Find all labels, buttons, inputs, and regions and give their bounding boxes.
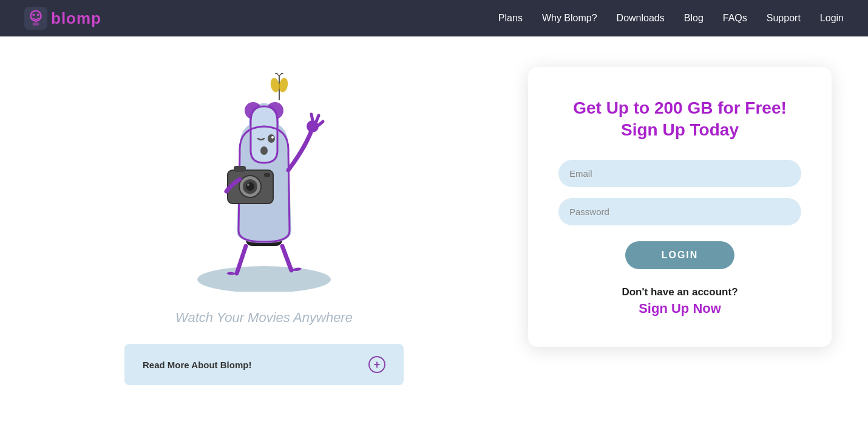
- svg-point-3: [37, 13, 39, 16]
- svg-rect-26: [234, 166, 246, 172]
- mascot-area: [149, 73, 379, 304]
- svg-point-25: [247, 183, 249, 186]
- mascot-svg: [173, 85, 355, 292]
- nav-item-downloads[interactable]: Downloads: [617, 13, 665, 23]
- logo-text: blomp: [51, 9, 101, 28]
- plus-icon: +: [368, 356, 385, 373]
- svg-point-2: [32, 13, 35, 16]
- card-title-line2: Sign Up Today: [558, 119, 801, 141]
- read-more-button[interactable]: Read More About Blomp! +: [124, 344, 404, 385]
- no-account-text: Don't have an account?: [558, 286, 801, 298]
- logo[interactable]: blomp: [24, 7, 101, 30]
- nav-item-plans[interactable]: Plans: [498, 13, 523, 23]
- tagline: Watch Your Movies Anywhere: [175, 310, 353, 326]
- password-input[interactable]: [558, 198, 801, 225]
- nav-item-why-blomp[interactable]: Why Blomp?: [542, 13, 597, 23]
- svg-point-4: [32, 22, 39, 26]
- login-card: Get Up to 200 GB for Free! Sign Up Today…: [528, 67, 832, 347]
- blomp-logo-icon: [24, 7, 47, 30]
- sign-up-link[interactable]: Sign Up Now: [639, 301, 721, 316]
- read-more-label: Read More About Blomp!: [143, 360, 251, 370]
- svg-line-30: [316, 115, 319, 122]
- svg-line-31: [319, 122, 323, 125]
- nav-item-faqs[interactable]: FAQs: [723, 13, 747, 23]
- login-button[interactable]: LOGIN: [625, 241, 734, 269]
- nav-item-blog[interactable]: Blog: [684, 13, 704, 23]
- svg-rect-27: [264, 173, 270, 177]
- svg-point-24: [246, 182, 254, 191]
- card-title-line1: Get Up to 200 GB for Free!: [558, 97, 801, 119]
- svg-point-18: [268, 134, 275, 143]
- svg-point-20: [260, 146, 268, 155]
- nav-item-support[interactable]: Support: [767, 13, 801, 23]
- main-content: Watch Your Movies Anywhere Read More Abo…: [0, 36, 868, 432]
- svg-line-29: [311, 114, 313, 120]
- right-panel: Get Up to 200 GB for Free! Sign Up Today…: [528, 61, 832, 347]
- navbar: blomp Plans Why Blomp? Downloads Blog FA…: [0, 0, 868, 36]
- left-panel: Watch Your Movies Anywhere Read More Abo…: [36, 61, 492, 385]
- nav-links: Plans Why Blomp? Downloads Blog FAQs Sup…: [498, 13, 844, 24]
- nav-item-login[interactable]: Login: [820, 13, 844, 23]
- svg-point-19: [271, 136, 274, 139]
- card-title: Get Up to 200 GB for Free! Sign Up Today: [558, 97, 801, 142]
- svg-point-12: [197, 266, 331, 292]
- email-input[interactable]: [558, 160, 801, 187]
